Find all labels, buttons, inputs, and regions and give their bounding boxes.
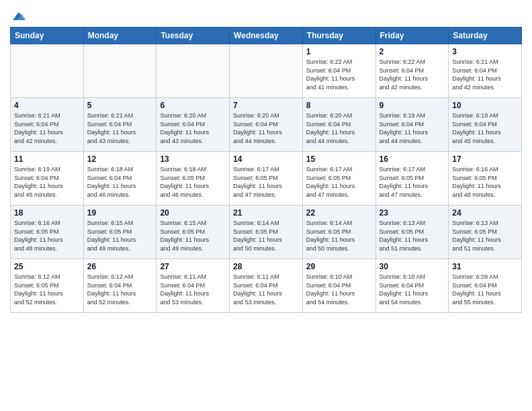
day-number: 4	[14, 101, 80, 110]
calendar-cell: 15Sunrise: 6:17 AM Sunset: 6:05 PM Dayli…	[302, 152, 375, 205]
day-info: Sunrise: 6:21 AM Sunset: 6:04 PM Dayligh…	[87, 111, 153, 145]
day-info: Sunrise: 6:10 AM Sunset: 6:04 PM Dayligh…	[380, 273, 445, 306]
day-info: Sunrise: 6:15 AM Sunset: 6:05 PM Dayligh…	[87, 219, 153, 253]
day-number: 12	[87, 154, 153, 164]
day-number: 30	[380, 262, 445, 271]
day-number: 31	[452, 262, 518, 271]
calendar-cell: 4Sunrise: 6:21 AM Sunset: 6:04 PM Daylig…	[11, 98, 84, 152]
calendar-cell: 27Sunrise: 6:11 AM Sunset: 6:04 PM Dayli…	[157, 259, 230, 313]
calendar-cell: 24Sunrise: 6:13 AM Sunset: 6:05 PM Dayli…	[449, 205, 522, 259]
day-number: 22	[306, 208, 372, 218]
calendar-cell: 28Sunrise: 6:11 AM Sunset: 6:04 PM Dayli…	[230, 259, 303, 313]
day-info: Sunrise: 6:18 AM Sunset: 6:04 PM Dayligh…	[87, 165, 153, 199]
day-info: Sunrise: 6:21 AM Sunset: 6:04 PM Dayligh…	[14, 111, 80, 145]
calendar-cell: 21Sunrise: 6:14 AM Sunset: 6:05 PM Dayli…	[230, 205, 303, 259]
day-number: 16	[380, 154, 445, 164]
calendar-cell	[83, 44, 157, 98]
day-number: 28	[233, 262, 299, 271]
day-info: Sunrise: 6:22 AM Sunset: 6:04 PM Dayligh…	[306, 58, 372, 91]
calendar-cell: 19Sunrise: 6:15 AM Sunset: 6:05 PM Dayli…	[83, 205, 157, 259]
day-info: Sunrise: 6:20 AM Sunset: 6:04 PM Dayligh…	[160, 111, 226, 145]
calendar-cell: 14Sunrise: 6:17 AM Sunset: 6:05 PM Dayli…	[230, 152, 303, 205]
calendar-cell: 8Sunrise: 6:20 AM Sunset: 6:04 PM Daylig…	[302, 98, 375, 152]
day-number: 29	[306, 262, 372, 271]
calendar-cell: 29Sunrise: 6:10 AM Sunset: 6:04 PM Dayli…	[302, 259, 375, 313]
day-info: Sunrise: 6:13 AM Sunset: 6:05 PM Dayligh…	[452, 219, 518, 253]
calendar-cell: 26Sunrise: 6:12 AM Sunset: 6:04 PM Dayli…	[83, 259, 157, 313]
calendar-cell: 6Sunrise: 6:20 AM Sunset: 6:04 PM Daylig…	[157, 98, 230, 152]
day-number: 27	[160, 262, 226, 271]
day-info: Sunrise: 6:16 AM Sunset: 6:05 PM Dayligh…	[14, 219, 80, 253]
day-info: Sunrise: 6:17 AM Sunset: 6:05 PM Dayligh…	[306, 165, 372, 199]
day-info: Sunrise: 6:09 AM Sunset: 6:04 PM Dayligh…	[452, 273, 518, 306]
header	[10, 7, 522, 23]
weekday-header-thursday: Thursday	[302, 28, 375, 44]
day-info: Sunrise: 6:12 AM Sunset: 6:05 PM Dayligh…	[14, 273, 80, 306]
calendar-cell: 22Sunrise: 6:14 AM Sunset: 6:05 PM Dayli…	[302, 205, 375, 259]
weekday-header-monday: Monday	[83, 28, 157, 44]
weekday-header-friday: Friday	[375, 28, 449, 44]
day-info: Sunrise: 6:17 AM Sunset: 6:05 PM Dayligh…	[380, 165, 445, 199]
calendar-cell: 1Sunrise: 6:22 AM Sunset: 6:04 PM Daylig…	[302, 44, 375, 98]
day-info: Sunrise: 6:11 AM Sunset: 6:04 PM Dayligh…	[233, 273, 299, 306]
day-number: 25	[14, 262, 80, 271]
weekday-header-saturday: Saturday	[449, 28, 522, 44]
day-info: Sunrise: 6:20 AM Sunset: 6:04 PM Dayligh…	[306, 111, 372, 145]
calendar-cell: 2Sunrise: 6:22 AM Sunset: 6:04 PM Daylig…	[375, 44, 449, 98]
weekday-header-row: SundayMondayTuesdayWednesdayThursdayFrid…	[11, 28, 522, 44]
logo	[10, 11, 26, 23]
day-info: Sunrise: 6:19 AM Sunset: 6:04 PM Dayligh…	[14, 165, 80, 199]
day-info: Sunrise: 6:21 AM Sunset: 6:04 PM Dayligh…	[452, 58, 518, 91]
calendar-cell: 5Sunrise: 6:21 AM Sunset: 6:04 PM Daylig…	[83, 98, 157, 152]
calendar-cell: 12Sunrise: 6:18 AM Sunset: 6:04 PM Dayli…	[83, 152, 157, 205]
calendar-cell: 9Sunrise: 6:19 AM Sunset: 6:04 PM Daylig…	[375, 98, 449, 152]
day-number: 15	[306, 154, 372, 164]
day-info: Sunrise: 6:20 AM Sunset: 6:04 PM Dayligh…	[233, 111, 299, 145]
calendar-cell	[11, 44, 84, 98]
day-number: 10	[452, 101, 518, 110]
day-info: Sunrise: 6:19 AM Sunset: 6:04 PM Dayligh…	[380, 111, 445, 145]
logo-icon	[11, 11, 26, 23]
day-number: 18	[14, 208, 80, 218]
day-number: 19	[87, 208, 153, 218]
day-number: 11	[14, 154, 80, 164]
day-info: Sunrise: 6:11 AM Sunset: 6:04 PM Dayligh…	[160, 273, 226, 306]
day-number: 9	[380, 101, 445, 110]
day-number: 20	[160, 208, 226, 218]
calendar-cell: 17Sunrise: 6:16 AM Sunset: 6:05 PM Dayli…	[449, 152, 522, 205]
day-number: 23	[380, 208, 445, 218]
weekday-header-sunday: Sunday	[11, 28, 84, 44]
calendar-cell	[157, 44, 230, 98]
day-number: 3	[452, 47, 518, 56]
day-info: Sunrise: 6:12 AM Sunset: 6:04 PM Dayligh…	[87, 273, 153, 306]
week-row-5: 25Sunrise: 6:12 AM Sunset: 6:05 PM Dayli…	[11, 259, 522, 313]
calendar-cell: 13Sunrise: 6:18 AM Sunset: 6:05 PM Dayli…	[157, 152, 230, 205]
week-row-4: 18Sunrise: 6:16 AM Sunset: 6:05 PM Dayli…	[11, 205, 522, 259]
day-number: 24	[452, 208, 518, 218]
day-number: 26	[87, 262, 153, 271]
calendar-cell: 25Sunrise: 6:12 AM Sunset: 6:05 PM Dayli…	[11, 259, 84, 313]
calendar-cell: 18Sunrise: 6:16 AM Sunset: 6:05 PM Dayli…	[11, 205, 84, 259]
week-row-1: 1Sunrise: 6:22 AM Sunset: 6:04 PM Daylig…	[11, 44, 522, 98]
day-number: 14	[233, 154, 299, 164]
day-info: Sunrise: 6:13 AM Sunset: 6:05 PM Dayligh…	[380, 219, 445, 253]
weekday-header-tuesday: Tuesday	[157, 28, 230, 44]
day-number: 6	[160, 101, 226, 110]
calendar-cell: 20Sunrise: 6:15 AM Sunset: 6:05 PM Dayli…	[157, 205, 230, 259]
day-info: Sunrise: 6:18 AM Sunset: 6:05 PM Dayligh…	[160, 165, 226, 199]
day-number: 5	[87, 101, 153, 110]
calendar-cell: 30Sunrise: 6:10 AM Sunset: 6:04 PM Dayli…	[375, 259, 449, 313]
calendar-cell: 10Sunrise: 6:19 AM Sunset: 6:04 PM Dayli…	[449, 98, 522, 152]
calendar-cell: 31Sunrise: 6:09 AM Sunset: 6:04 PM Dayli…	[449, 259, 522, 313]
week-row-3: 11Sunrise: 6:19 AM Sunset: 6:04 PM Dayli…	[11, 152, 522, 205]
day-number: 8	[306, 101, 372, 110]
calendar-cell: 16Sunrise: 6:17 AM Sunset: 6:05 PM Dayli…	[375, 152, 449, 205]
day-number: 1	[306, 47, 372, 56]
calendar-cell: 3Sunrise: 6:21 AM Sunset: 6:04 PM Daylig…	[449, 44, 522, 98]
day-number: 13	[160, 154, 226, 164]
day-number: 17	[452, 154, 518, 164]
day-number: 2	[380, 47, 445, 56]
day-info: Sunrise: 6:22 AM Sunset: 6:04 PM Dayligh…	[380, 58, 445, 91]
day-number: 21	[233, 208, 299, 218]
day-info: Sunrise: 6:17 AM Sunset: 6:05 PM Dayligh…	[233, 165, 299, 199]
